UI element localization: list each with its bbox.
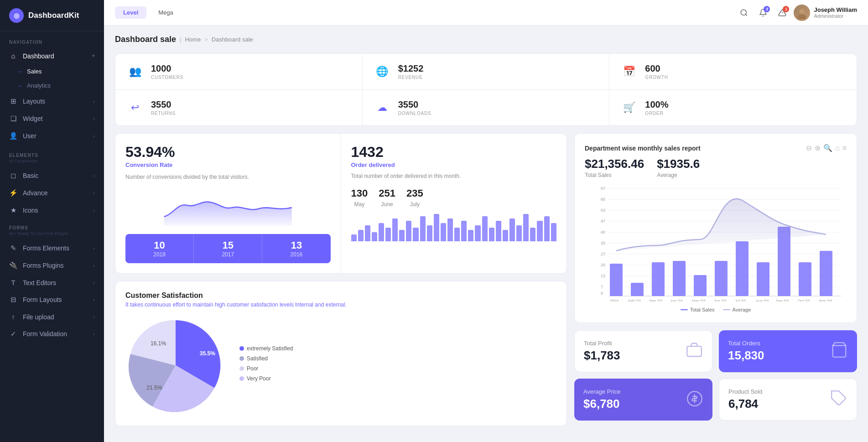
svg-text:7: 7 bbox=[601, 285, 603, 289]
mini-bar-item bbox=[385, 228, 391, 241]
sidebar-item-advance[interactable]: ⚡ Advance › bbox=[0, 184, 104, 202]
sidebar-subitem-analytics-label: Analytics bbox=[27, 82, 51, 89]
form-layouts-icon: ⊟ bbox=[9, 296, 17, 304]
legend-average-label: Average bbox=[733, 307, 751, 312]
date-num-1: 10 bbox=[129, 239, 190, 251]
legend-dot-2 bbox=[239, 356, 244, 361]
orders-value: 15,830 bbox=[728, 348, 764, 363]
mini-bar-item bbox=[516, 225, 522, 241]
breadcrumb-home[interactable]: Home bbox=[185, 36, 201, 43]
tab-level[interactable]: Level bbox=[115, 6, 146, 19]
chevron-down-icon: ▾ bbox=[92, 53, 95, 59]
customers-icon: 👥 bbox=[125, 62, 145, 81]
sidebar-subitem-sales[interactable]: → Sales bbox=[0, 64, 104, 78]
orders-label: Total Orders bbox=[728, 340, 764, 347]
svg-text:Mar '03: Mar '03 bbox=[650, 299, 662, 302]
sidebar-item-forms-elements[interactable]: ✎ Forms Elements › bbox=[0, 239, 104, 257]
chevron-icon-advance: › bbox=[93, 190, 95, 196]
svg-rect-36 bbox=[715, 261, 728, 296]
widget-icon: ❏ bbox=[9, 114, 17, 123]
sidebar-item-dashboard[interactable]: ⌂ Dashboard ▾ bbox=[0, 47, 104, 64]
growth-icon: 📅 bbox=[619, 62, 639, 81]
order-label: Order delivered bbox=[351, 161, 557, 168]
legend-very-poor: Very Poor bbox=[239, 375, 293, 382]
svg-text:0: 0 bbox=[601, 291, 603, 296]
search-button[interactable] bbox=[736, 5, 752, 21]
mini-bar-item bbox=[379, 223, 384, 241]
page-title: Dashboard sale bbox=[115, 35, 176, 44]
mini-bar-item bbox=[537, 221, 542, 241]
total-sales-value: $21,356.46 bbox=[585, 157, 644, 171]
legend-dot-1 bbox=[239, 346, 244, 351]
mini-bar-item bbox=[475, 225, 480, 241]
svg-text:21.5%: 21.5% bbox=[146, 385, 162, 391]
svg-rect-35 bbox=[694, 275, 707, 296]
zoom-out-icon[interactable]: ⊖ bbox=[806, 144, 812, 152]
svg-rect-31 bbox=[610, 264, 623, 296]
legend-line-total bbox=[681, 309, 688, 310]
sidebar-item-text-editors[interactable]: T Text Editors › bbox=[0, 274, 104, 291]
satisfaction-link[interactable]: Internal bbox=[295, 302, 313, 308]
forms-plugins-icon: 🔌 bbox=[9, 261, 17, 270]
sidebar-item-form-validation[interactable]: ✓ Form Validation › bbox=[0, 325, 104, 343]
sidebar-item-icons[interactable]: ★ Icons › bbox=[0, 202, 104, 219]
mini-bar-item bbox=[523, 214, 529, 241]
profit-card: Total Profit $1,783 bbox=[574, 330, 712, 372]
average-label: Average bbox=[657, 172, 700, 178]
sidebar-item-user-label: User bbox=[23, 132, 36, 140]
search-icon[interactable]: 🔍 bbox=[823, 144, 832, 152]
svg-rect-53 bbox=[687, 346, 702, 356]
sidebar-item-widget[interactable]: ❏ Widget › bbox=[0, 110, 104, 127]
satisfaction-card: Customer Satisfaction It takes continuou… bbox=[115, 281, 567, 426]
nav-section-label: NAVIGATION bbox=[0, 31, 104, 47]
date-year-3: 2016 bbox=[266, 251, 327, 258]
zoom-in-icon[interactable]: ⊕ bbox=[815, 144, 821, 152]
sidebar-item-file-upload[interactable]: ↑ File upload › bbox=[0, 308, 104, 325]
avg-price-icon bbox=[686, 390, 703, 409]
order-value: 100% bbox=[645, 99, 668, 110]
mini-bar-item bbox=[434, 214, 439, 241]
avg-price-value: $6,780 bbox=[583, 397, 620, 411]
sidebar-item-forms-plugins-label: Forms Plugins bbox=[23, 262, 63, 269]
notifications-button[interactable]: 3 bbox=[755, 5, 771, 21]
forms-label: FORMS bbox=[0, 219, 104, 231]
mini-bar-item bbox=[406, 221, 411, 241]
alerts-button[interactable]: 1 bbox=[774, 5, 790, 21]
tab-mega[interactable]: Mega bbox=[150, 6, 182, 19]
sidebar-item-form-layouts[interactable]: ⊟ Form Layouts › bbox=[0, 291, 104, 308]
topbar: Level Mega 3 1 Joseph William Administra… bbox=[104, 0, 868, 26]
app-logo[interactable]: ◎ DashboardKit bbox=[0, 0, 104, 31]
sidebar-subitem-analytics[interactable]: → Analytics bbox=[0, 78, 104, 93]
svg-text:Apr '03: Apr '03 bbox=[670, 299, 683, 302]
main-content-grid: 53.94% Conversion Rate Number of convers… bbox=[115, 133, 857, 426]
downloads-value: 3550 bbox=[398, 99, 431, 110]
user-role: Administrator bbox=[814, 13, 857, 19]
satisfaction-content: 35.5% 16.1% 21.5% extremely Satisfied bbox=[125, 315, 556, 416]
sidebar-item-forms-plugins[interactable]: 🔌 Forms Plugins › bbox=[0, 257, 104, 274]
chart-controls[interactable]: ⊖ ⊕ 🔍 ⌂ ≡ bbox=[806, 144, 847, 152]
sidebar-item-basic[interactable]: ◻ Basic › bbox=[0, 167, 104, 184]
legend-line-avg bbox=[723, 309, 730, 310]
sidebar-item-layouts[interactable]: ⊞ Layouts › bbox=[0, 93, 104, 110]
menu-icon[interactable]: ≡ bbox=[842, 144, 847, 152]
logo-icon: ◎ bbox=[9, 8, 24, 23]
svg-rect-37 bbox=[736, 241, 748, 296]
svg-point-4 bbox=[800, 9, 805, 14]
mini-bar-item bbox=[420, 216, 426, 241]
mini-bar-item bbox=[489, 228, 494, 241]
chevron-icon-icons: › bbox=[93, 208, 95, 213]
sidebar-item-layouts-label: Layouts bbox=[23, 98, 45, 105]
sidebar-item-user[interactable]: 👤 User › bbox=[0, 127, 104, 145]
product-sold-label: Product Sold bbox=[728, 388, 762, 395]
total-sales-label: Total Sales bbox=[585, 172, 644, 178]
chevron-icon-widget: › bbox=[93, 116, 95, 121]
user-avatar[interactable] bbox=[794, 5, 810, 21]
product-sold-value: 6,784 bbox=[728, 397, 762, 411]
orders-panel: 1432 Order delivered Total number of ord… bbox=[341, 134, 567, 273]
date-year-2: 2017 bbox=[198, 251, 258, 258]
home-icon[interactable]: ⌂ bbox=[835, 144, 840, 152]
legend-dot-4 bbox=[239, 376, 244, 381]
svg-rect-38 bbox=[757, 262, 769, 296]
forms-elements-icon: ✎ bbox=[9, 244, 17, 252]
mini-bar-item bbox=[365, 225, 370, 241]
